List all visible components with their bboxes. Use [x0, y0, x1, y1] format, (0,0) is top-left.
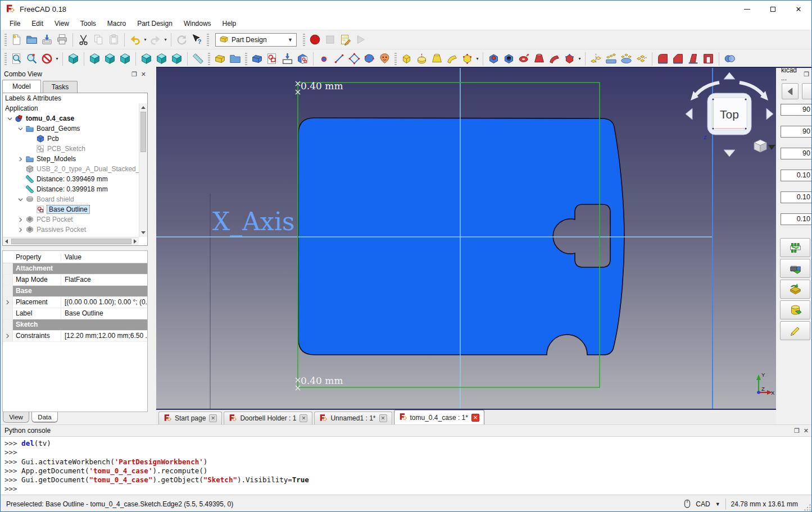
print-button[interactable] [55, 32, 70, 47]
dimension-label-bottom[interactable]: 0.40 mm [301, 375, 343, 386]
create-group-button[interactable] [228, 51, 243, 66]
close-panel-icon[interactable]: ✕ [141, 71, 146, 77]
document-tab-tomu-0-4-case-1-[interactable]: tomu_0.4_case : 1*✕ [394, 410, 484, 424]
minimize-button[interactable] [734, 1, 760, 17]
property-group-sketch[interactable]: Sketch [3, 319, 147, 331]
tree-vertical-scrollbar[interactable] [139, 103, 147, 237]
chevron-down-icon[interactable] [5, 116, 15, 121]
close-panel-icon[interactable]: ✕ [804, 428, 809, 433]
close-tab-icon[interactable]: ✕ [471, 414, 479, 422]
scroll-up-icon[interactable] [141, 106, 146, 109]
chevron-down-icon[interactable] [16, 197, 25, 202]
validate-sketch-button[interactable] [295, 51, 310, 66]
datum-point-button[interactable] [316, 51, 332, 66]
subtractive-primitive-button[interactable] [562, 51, 577, 66]
kicad-edit-notes-button[interactable] [780, 321, 810, 340]
float-panel-icon[interactable]: ❐ [131, 71, 137, 77]
maximize-button[interactable] [760, 1, 786, 17]
paste-button[interactable] [106, 32, 121, 47]
kicad-back-button[interactable] [782, 83, 799, 99]
float-panel-icon[interactable]: ❐ [804, 71, 809, 77]
document-tab-doorbell-holder-1[interactable]: Doorbell Holder : 1✕ [224, 412, 312, 424]
tree-item-pcb-pocket[interactable]: PCB Pocket [3, 214, 147, 225]
python-console-input[interactable]: >>> del(tv)>>>>>> Gui.activateWorkbench(… [1, 437, 812, 494]
cut-button[interactable] [76, 32, 91, 47]
nav-style-selector[interactable]: CAD [696, 500, 710, 508]
create-part-button[interactable] [212, 51, 228, 66]
close-button[interactable]: ✕ [786, 1, 811, 17]
additive-loft-button[interactable] [429, 51, 444, 66]
dropdown-caret-icon[interactable]: ▾ [55, 56, 60, 61]
tree-item-application[interactable]: Application [3, 103, 147, 113]
axonometric-view-button[interactable] [66, 51, 81, 66]
toolbar-grip[interactable] [303, 34, 305, 46]
property-group-attachment[interactable]: Attachment [3, 263, 147, 275]
menu-file[interactable]: File [4, 18, 26, 29]
datum-line-button[interactable] [332, 51, 347, 66]
tree-item-tomu-0-4-case[interactable]: tomu_0.4_case [3, 113, 147, 124]
copy-button[interactable] [91, 32, 106, 47]
property-row-map-mode[interactable]: Map ModeFlatFace [3, 275, 147, 286]
tree-item-distance-0-399918-mm[interactable]: Distance: 0.399918 mm [3, 184, 147, 194]
tree-item-distance-0-399469-mm[interactable]: Distance: 0.399469 mm [3, 174, 147, 184]
kicad-spin-field-1[interactable]: 90 [781, 126, 812, 138]
dropdown-caret-icon[interactable]: ▾ [143, 37, 148, 42]
workbench-selector[interactable]: Part Design ▼ [215, 33, 297, 47]
close-tab-icon[interactable]: ✕ [209, 414, 217, 422]
3d-viewport[interactable]: X_Axis 0.40 mm 0.40 mm [156, 68, 776, 409]
bottom-view-button[interactable] [154, 51, 169, 66]
kicad-spin-field-4[interactable]: 0.10 [781, 191, 812, 203]
chevron-right-icon[interactable] [16, 227, 25, 232]
tab-view[interactable]: View [3, 412, 29, 423]
dropdown-caret-icon[interactable]: ▾ [163, 37, 168, 42]
refresh-button[interactable] [174, 32, 189, 47]
dimension-label-top[interactable]: 0.40 mm [301, 80, 343, 92]
whats-this-button[interactable]: ? [189, 32, 205, 47]
toolbar-grip[interactable] [207, 34, 209, 46]
dropdown-caret-icon[interactable]: ▾ [475, 56, 480, 61]
menu-edit[interactable]: Edit [26, 18, 49, 29]
chamfer-button[interactable] [670, 51, 686, 66]
tree-item-base-outline[interactable]: Base Outline [3, 204, 147, 214]
scroll-down-icon[interactable] [141, 231, 146, 234]
toolbar-grip[interactable] [208, 53, 210, 65]
fillet-button[interactable] [655, 51, 670, 66]
scroll-left-icon[interactable] [5, 239, 8, 244]
measure-distance-button[interactable] [190, 51, 206, 66]
pad-button[interactable] [399, 51, 414, 66]
shape-binder-button[interactable] [362, 51, 377, 66]
redo-button[interactable] [148, 32, 163, 47]
mirrored-button[interactable] [588, 51, 604, 66]
pocket-button[interactable] [486, 51, 501, 66]
open-document-button[interactable] [24, 32, 39, 47]
dropdown-caret-icon[interactable]: ▾ [577, 56, 582, 61]
linear-pattern-button[interactable] [604, 51, 619, 66]
kicad-spin-field-2[interactable]: 90 [781, 148, 812, 159]
save-document-button[interactable] [39, 32, 55, 47]
kicad-spin-field-0[interactable]: 90 [781, 104, 812, 116]
hole-button[interactable] [501, 51, 516, 66]
macro-record-button[interactable] [307, 32, 323, 47]
chevron-down-icon[interactable]: ▼ [715, 501, 720, 507]
float-panel-icon[interactable]: ❐ [794, 428, 800, 433]
property-value[interactable]: FlatFace [61, 275, 147, 285]
property-row-label[interactable]: LabelBase Outline [3, 308, 147, 319]
scroll-right-icon[interactable] [134, 239, 137, 244]
additive-primitive-button[interactable] [460, 51, 475, 66]
nav-cube-top-face[interactable]: Top [720, 108, 739, 121]
document-tab-start-page[interactable]: Start page✕ [158, 412, 222, 424]
tree-item-step-models[interactable]: Step_Models [3, 154, 147, 164]
subtractive-loft-button[interactable] [532, 51, 547, 66]
new-document-button[interactable] [9, 32, 24, 47]
clone-button[interactable] [377, 51, 392, 66]
kicad-tool-button[interactable] [802, 83, 812, 99]
boolean-operation-button[interactable] [722, 51, 737, 66]
property-row-constraints[interactable]: Constraints[12.20 mm;12.00 mm;6.50 ... [3, 331, 147, 342]
close-tab-icon[interactable]: ✕ [379, 414, 387, 422]
additive-pipe-button[interactable] [444, 51, 460, 66]
menu-macro[interactable]: Macro [102, 18, 131, 29]
property-value[interactable]: [(0.00 0.00 1.00); 0.00 °; (0.... [61, 297, 147, 308]
draft-button[interactable] [686, 51, 701, 66]
front-view-button[interactable] [87, 51, 102, 66]
toolbar-grip[interactable] [245, 53, 247, 65]
